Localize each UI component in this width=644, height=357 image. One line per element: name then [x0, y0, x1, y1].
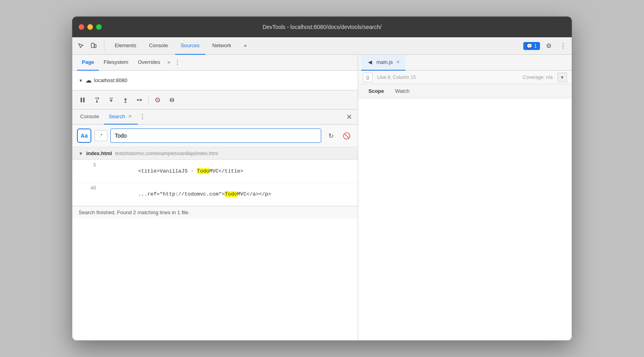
sources-tab-page[interactable]: Page: [77, 55, 99, 71]
tab-more[interactable]: »: [238, 37, 252, 55]
svg-point-5: [137, 99, 139, 101]
close-search-tab-button[interactable]: ✕: [127, 114, 133, 119]
sources-tab-overrides[interactable]: Overrides: [133, 55, 165, 71]
result-collapse-icon: ▼: [79, 151, 83, 156]
search-input[interactable]: [110, 129, 321, 143]
bottom-tab-search[interactable]: Search ✕: [104, 109, 138, 125]
toolbar-right: 💬 1 ⚙ ⋮: [523, 40, 569, 52]
cloud-icon: ☁: [85, 77, 92, 84]
file-tree: ▼ ☁ localhost:8080: [72, 71, 358, 90]
sources-tab-filesystem[interactable]: Filesystem: [99, 55, 133, 71]
editor-content: [358, 98, 572, 340]
use-regex-button[interactable]: .*: [94, 130, 107, 141]
tab-network[interactable]: Network: [207, 37, 237, 55]
debug-sep-1: [148, 96, 149, 104]
refresh-search-button[interactable]: ↻: [324, 129, 337, 142]
svg-rect-9: [172, 101, 173, 102]
sources-tab-menu[interactable]: ⋮: [174, 59, 181, 66]
step-button[interactable]: [134, 94, 145, 106]
match-case-button[interactable]: Aa: [77, 129, 91, 143]
left-panel: Page Filesystem Overrides » ⋮ ▼ ☁ loca: [72, 55, 358, 340]
format-button[interactable]: {}: [363, 73, 372, 82]
close-editor-tab-button[interactable]: ✕: [395, 60, 401, 65]
inspect-element-button[interactable]: [75, 40, 87, 52]
devtools-toolbar: Elements Console Sources Network » 💬 1 ⚙…: [72, 37, 572, 55]
toolbar-separator-1: [104, 41, 104, 51]
settings-button[interactable]: ⚙: [543, 40, 554, 52]
deactivate-breakpoints-button[interactable]: [152, 94, 163, 106]
file-tab-icon: ◀: [366, 58, 374, 66]
scope-watch-tabs: Scope Watch: [358, 84, 572, 98]
sources-tab-more[interactable]: »: [165, 55, 173, 71]
clear-search-button[interactable]: 🚫: [340, 129, 353, 142]
chat-badge[interactable]: 💬 1: [523, 42, 540, 50]
bottom-tabs: Console Search ✕ ⋮ ✕: [72, 109, 358, 125]
search-status: Search finished. Found 2 matching lines …: [72, 206, 358, 219]
editor-tabs: ◀ main.js ✕: [358, 55, 572, 71]
step-over-button[interactable]: [91, 94, 102, 106]
tab-console[interactable]: Console: [143, 37, 174, 55]
window-title: DevTools - localhost:8080/docs/devtools/…: [262, 24, 382, 30]
svg-rect-3: [83, 98, 85, 102]
devtools-window: DevTools - localhost:8080/docs/devtools/…: [72, 16, 572, 341]
right-panel: ◀ main.js ✕ {} Line 9, Column 15 Coverag…: [358, 55, 572, 340]
scope-tab[interactable]: Scope: [363, 84, 389, 98]
bottom-tab-console[interactable]: Console: [75, 109, 104, 125]
pause-on-exceptions-button[interactable]: [166, 94, 177, 106]
sources-tabs: Page Filesystem Overrides » ⋮: [72, 55, 358, 71]
result-line-40[interactable]: 40 ...ref="http://todomvc.com">TodoMVC</…: [72, 183, 358, 206]
traffic-lights: [79, 24, 102, 30]
search-results: ▼ index.html tests/todomvc.com/examples/…: [72, 147, 358, 340]
tab-elements[interactable]: Elements: [109, 37, 142, 55]
collapse-icon: ▼: [79, 78, 83, 83]
editor-info-bar: {} Line 9, Column 15 Coverage: n/a ▼: [358, 71, 572, 84]
svg-rect-1: [94, 44, 96, 48]
svg-point-4: [96, 101, 98, 103]
svg-rect-2: [81, 98, 82, 102]
close-button[interactable]: [79, 24, 84, 30]
bottom-tab-more[interactable]: ⋮: [139, 113, 146, 121]
title-bar: DevTools - localhost:8080/docs/devtools/…: [72, 17, 572, 37]
more-options-button[interactable]: ⋮: [557, 40, 569, 52]
minimize-button[interactable]: [87, 24, 93, 30]
search-panel: Aa .* ↻ 🚫: [72, 125, 358, 147]
devtools-body: Page Filesystem Overrides » ⋮ ▼ ☁ loca: [72, 55, 572, 340]
watch-tab[interactable]: Watch: [389, 84, 415, 98]
debug-toolbar: [72, 90, 358, 109]
file-tree-item-localhost[interactable]: ▼ ☁ localhost:8080: [79, 77, 127, 84]
result-file-header[interactable]: ▼ index.html tests/todomvc.com/examples/…: [72, 147, 358, 160]
device-toolbar-button[interactable]: [88, 40, 99, 52]
close-panel-button[interactable]: ✕: [343, 111, 355, 123]
pause-button[interactable]: [77, 94, 88, 106]
coverage-label: Coverage: n/a: [523, 75, 553, 80]
step-into-button[interactable]: [106, 94, 117, 106]
maximize-button[interactable]: [96, 24, 102, 30]
svg-rect-0: [91, 43, 94, 48]
step-out-button[interactable]: [120, 94, 131, 106]
download-button[interactable]: ▼: [557, 73, 567, 82]
result-line-5[interactable]: 5 <title>VanillaJS · TodoMVC</title>: [72, 160, 358, 183]
svg-rect-8: [172, 98, 173, 100]
editor-tab-mainjs[interactable]: ◀ main.js ✕: [361, 55, 405, 71]
tab-sources[interactable]: Sources: [175, 37, 205, 55]
